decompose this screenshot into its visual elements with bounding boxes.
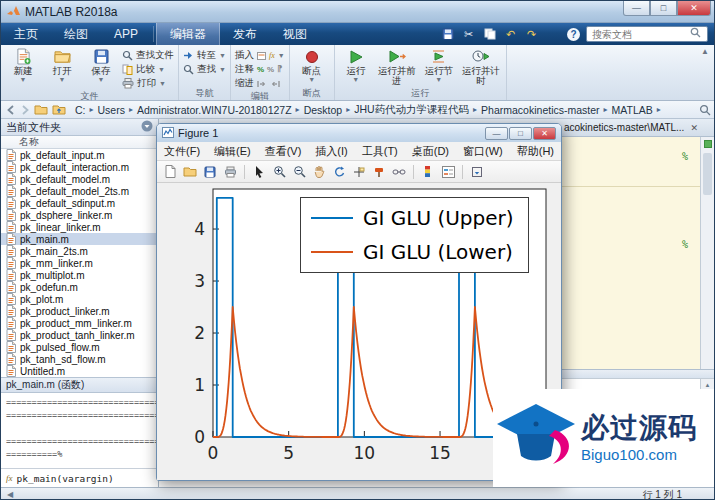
save-button[interactable]: 保存 ▼ [83,47,119,83]
insert-button[interactable]: 插入 fx ▼ [235,49,285,62]
help-icon[interactable]: ? [567,28,580,41]
plot-legend[interactable]: GI GLU (Upper) GI GLU (Lower) [300,197,529,273]
breadcrumb-segment[interactable]: MATLAB [610,104,655,116]
new-figure-icon[interactable] [161,163,179,180]
breakpoints-button[interactable]: 断点 ▼ [294,47,330,83]
folder-search-icon[interactable] [699,104,711,116]
file-list-item[interactable]: pk_product_mm_linker.m [1,317,158,329]
quick-cut-icon[interactable]: ✂ [461,27,476,42]
file-list-item[interactable]: pk_pulsed_flow.m [1,341,158,353]
figure-close-button[interactable]: ✕ [533,127,556,140]
forward-arrow-icon[interactable] [20,105,30,115]
menu-edit[interactable]: 编辑(E) [207,144,258,159]
breadcrumb-segment[interactable]: Desktop [302,104,345,116]
compare-button[interactable]: 比较 ▼ [122,63,174,76]
maximize-button[interactable]: □ [650,1,677,16]
run-time-button[interactable]: 运行并计时 [460,47,502,86]
breadcrumb-segment[interactable]: JHU药代动力学课程代码 [352,103,471,117]
collapse-toolstrip-icon[interactable]: ▲ [701,47,709,56]
quick-redo-icon[interactable]: ↷ [524,27,539,42]
menu-tools[interactable]: 工具(T) [355,144,405,159]
tab-home[interactable]: 主页 [1,23,51,45]
file-list-item[interactable]: pk_odefun.m [1,281,158,293]
tab-view[interactable]: 视图 [270,23,320,45]
file-list-item[interactable]: pk_default_model.m [1,173,158,185]
file-list-column-header[interactable]: 名称 [1,136,159,149]
file-list-item[interactable]: pk_default_model_2ts.m [1,185,158,197]
open-button[interactable]: 打开 ▼ [44,47,80,83]
edit-plot-icon[interactable] [250,163,268,180]
save-figure-icon[interactable] [201,163,219,180]
editor-tab-title[interactable]: acokinetics-master\MATL... [564,122,684,133]
open-file-icon[interactable] [181,163,199,180]
dock-figure-icon[interactable] [468,163,486,180]
breadcrumb-segment[interactable]: Pharmacokinetics-master [479,104,601,116]
figure-maximize-button[interactable]: □ [509,127,532,140]
file-list-item[interactable]: pk_main.m [1,233,158,245]
data-cursor-icon[interactable] [350,163,368,180]
indent-button[interactable]: 缩进 [235,77,285,90]
file-list-item[interactable]: pk_main_2ts.m [1,245,158,257]
quick-undo-icon[interactable]: ↶ [503,27,518,42]
up-folder-icon[interactable] [52,104,66,115]
figure-minimize-button[interactable]: — [485,127,508,140]
menu-desktop[interactable]: 桌面(D) [405,144,456,159]
file-list-item[interactable]: pk_default_interaction.m [1,161,158,173]
menu-file[interactable]: 文件(F) [157,144,207,159]
zoom-in-icon[interactable] [270,163,288,180]
back-arrow-icon[interactable] [6,105,16,115]
file-list-item[interactable]: pk_dsphere_linker.m [1,209,158,221]
statusbar-collapse-icon[interactable]: ◀ [7,490,13,499]
tab-apps[interactable]: APP [101,23,151,45]
tab-plots[interactable]: 绘图 [51,23,101,45]
minimize-button[interactable]: — [623,1,650,16]
details-panel-header[interactable]: pk_main.m (函数) [1,377,159,393]
file-list-item[interactable]: Untitled.m [1,365,158,377]
menu-view[interactable]: 查看(V) [258,144,309,159]
editor-tab-close-icon[interactable]: ✕ [690,123,698,133]
link-plot-icon[interactable] [390,163,408,180]
tab-publish[interactable]: 发布 [220,23,270,45]
file-list-item[interactable]: pk_default_sdinput.m [1,197,158,209]
close-button[interactable]: ✕ [677,1,711,16]
editor-scrollbar[interactable] [700,137,714,369]
file-list-item[interactable]: pk_default_input.m [1,149,158,161]
insert-colorbar-icon[interactable] [419,163,437,180]
find-button[interactable]: 查找 ▼ [183,63,226,76]
insert-legend-icon[interactable] [439,163,457,180]
panel-actions-icon[interactable] [141,120,153,134]
menu-help[interactable]: 帮助(H) [510,144,561,159]
print-button[interactable]: 打印 ▼ [122,77,174,90]
menu-window[interactable]: 窗口(W) [456,144,510,159]
file-list-item[interactable]: pk_product_linker.m [1,305,158,317]
doc-search-input[interactable] [590,28,690,41]
function-signature-row[interactable]: fx pk_main(varargin) [1,468,159,487]
breadcrumb-segment[interactable]: Users [96,104,127,116]
find-files-button[interactable]: 查找文件 [122,49,174,62]
zoom-out-icon[interactable] [290,163,308,180]
breadcrumb-segment[interactable]: Administrator.WIN7U-20180127Z [135,104,294,116]
new-script-button[interactable]: 新建 ▼ [5,47,41,83]
file-list-item[interactable]: pk_linear_linker.m [1,221,158,233]
quick-copy-icon[interactable] [482,27,497,42]
run-button[interactable]: 运行 ▼ [339,47,373,83]
print-figure-icon[interactable] [221,163,239,180]
file-list-item[interactable]: pk_plot.m [1,293,158,305]
file-list-item[interactable]: pk_mm_linker.m [1,257,158,269]
file-list-item[interactable]: pk_product_tanh_linker.m [1,329,158,341]
pan-icon[interactable] [310,163,328,180]
menu-insert[interactable]: 插入(I) [308,144,354,159]
run-section-button[interactable]: 运行节 ▼ [421,47,457,83]
brush-icon[interactable] [370,163,388,180]
quick-save-icon[interactable] [440,27,455,42]
file-list-item[interactable]: pk_multiplot.m [1,269,158,281]
goto-button[interactable]: 转至 ▼ [183,49,226,62]
scrollbar-thumb[interactable] [703,153,712,195]
comment-button[interactable]: 注释 % % ⁋ [235,63,285,76]
breadcrumb-segment[interactable]: C: [73,104,88,116]
browse-folder-icon[interactable] [34,104,48,115]
file-list-item[interactable]: pk_tanh_sd_flow.m [1,353,158,365]
code-analyzer-indicator[interactable] [704,140,712,148]
run-advance-button[interactable]: 运行并前进 [376,47,418,86]
tab-editor[interactable]: 编辑器 [156,23,220,45]
